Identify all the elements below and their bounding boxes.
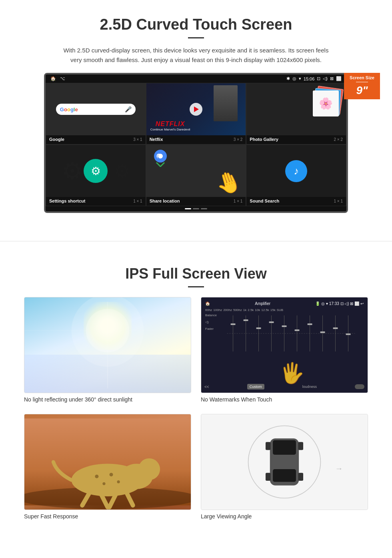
loudness-toggle[interactable] — [355, 384, 364, 389]
scroll-indicator — [46, 206, 346, 211]
svg-rect-24 — [307, 323, 312, 325]
sound-note-icon: ♪ — [285, 160, 307, 182]
gallery-thumb: 🌸 — [246, 83, 346, 135]
google-thumbnail: Google 🎤 — [46, 83, 146, 135]
gallery-card-3: 🌸 — [313, 90, 339, 116]
svg-rect-20 — [256, 327, 261, 329]
svg-text:→: → — [335, 464, 343, 473]
battery-icon: ⊠ — [330, 76, 334, 81]
netflix-label: NETFLIX Continue Marvel's Daredevil — [150, 120, 190, 131]
svg-point-36 — [110, 473, 113, 476]
sound-size: 1 × 1 — [334, 199, 343, 203]
dot-1 — [185, 208, 191, 209]
camera-icon: ⊡ — [317, 76, 320, 81]
svg-rect-25 — [320, 331, 325, 333]
amp-title: Amplifier — [255, 301, 270, 306]
google-app-cell[interactable]: Google 🎤 Google 3 × 1 — [46, 83, 146, 145]
svg-point-34 — [95, 475, 98, 478]
google-logo: Google — [60, 106, 78, 112]
screen-size-badge: Screen Size 9" — [344, 73, 380, 99]
play-triangle — [194, 106, 199, 112]
settings-size: 1 × 1 — [133, 199, 142, 203]
hand-pointing-icon: 🤚 — [212, 167, 245, 197]
sunlight-caption: No light reflecting under 360° direct su… — [24, 396, 191, 403]
settings-app-cell[interactable]: ⚙ ⚙ ⚙ Settings shortcut 1 × 1 — [46, 145, 146, 206]
svg-rect-19 — [243, 319, 248, 321]
car-topview-svg: → — [201, 414, 368, 510]
app-grid-row2: ⚙ ⚙ ⚙ Settings shortcut 1 × 1 — [46, 145, 346, 206]
touching-hand-icon: 🖐 — [280, 361, 304, 385]
viewing-angle-caption: Large Viewing Angle — [201, 513, 368, 520]
google-thumb: Google 🎤 — [46, 83, 146, 135]
svg-rect-26 — [333, 327, 338, 329]
amplifier-image: 🏠 Amplifier 🔋 ◎ ▾ 17:33 ⊡ ◁) ⊠ ⬜ ↩ 60hz1… — [201, 297, 368, 393]
netflix-app-label: Netflix 3 × 2 — [146, 135, 246, 144]
share-name: Share location — [150, 199, 180, 203]
status-time: 15:06 — [304, 76, 315, 81]
screen-icon: ⬜ — [336, 76, 342, 81]
netflix-logo: NETFLIX — [150, 120, 190, 128]
sound-app-cell[interactable]: ♪ Sound Search 1 × 1 — [246, 145, 346, 206]
amp-home-icon: 🏠 — [205, 301, 210, 306]
netflix-app-cell[interactable]: NETFLIX Continue Marvel's Daredevil Netf… — [146, 83, 246, 145]
wifi-icon: ▾ — [299, 76, 301, 81]
svg-rect-50 — [298, 473, 303, 481]
loudness-label: loudness — [302, 385, 317, 389]
watermarks-caption: No Watermarks When Touch — [201, 396, 368, 403]
netflix-subtitle: Continue Marvel's Daredevil — [150, 128, 190, 131]
share-thumbnail: G 🤚 — [146, 145, 246, 197]
netflix-thumb: NETFLIX Continue Marvel's Daredevil — [146, 83, 246, 135]
feature-watermarks: 🏠 Amplifier 🔋 ◎ ▾ 17:33 ⊡ ◁) ⊠ ⬜ ↩ 60hz1… — [201, 297, 368, 403]
cheetah-image — [24, 414, 191, 510]
svg-point-3 — [158, 154, 163, 159]
badge-size: 9" — [347, 84, 377, 97]
svg-rect-49 — [266, 473, 271, 481]
title-divider — [188, 37, 204, 38]
sound-app-label: Sound Search 1 × 1 — [246, 197, 346, 206]
dot-2 — [193, 208, 199, 209]
gallery-app-label: Photo Gallery 2 × 2 — [246, 135, 346, 144]
gallery-name: Photo Gallery — [250, 137, 278, 142]
amplifier-screen: 🏠 Amplifier 🔋 ◎ ▾ 17:33 ⊡ ◁) ⊠ ⬜ ↩ 60hz1… — [201, 297, 368, 393]
google-size: 3 × 1 — [133, 137, 142, 142]
curved-touch-section: 2.5D Curved Touch Screen With 2.5D curve… — [0, 0, 392, 225]
svg-rect-45 — [273, 440, 296, 455]
device-mockup: 🏠 ⌥ ✱ ◎ ▾ 15:06 ⊡ ◁) ⊠ ⬜ — [44, 73, 348, 213]
dot-3 — [201, 208, 207, 209]
google-name: Google — [49, 137, 64, 142]
ips-title-divider — [188, 286, 204, 287]
device-screen: 🏠 ⌥ ✱ ◎ ▾ 15:06 ⊡ ◁) ⊠ ⬜ — [44, 73, 348, 213]
custom-button[interactable]: Custom — [247, 384, 264, 389]
settings-bg: ⚙ ⚙ — [46, 145, 146, 197]
amp-bars — [218, 313, 364, 353]
svg-rect-21 — [269, 321, 274, 323]
gallery-size: 2 × 2 — [334, 137, 343, 142]
gallery-thumbnail: 🌸 — [246, 83, 346, 135]
feature-viewing-angle: → Large Viewing Angle — [201, 414, 368, 520]
gallery-app-cell[interactable]: 🌸 Photo Gallery 2 × 2 — [246, 83, 346, 145]
eq-bars-svg — [218, 315, 364, 351]
app-grid-row1: Google 🎤 Google 3 × 1 — [46, 83, 346, 145]
feature-grid: No light reflecting under 360° direct su… — [24, 297, 368, 520]
status-right: ✱ ◎ ▾ 15:06 ⊡ ◁) ⊠ ⬜ — [286, 76, 342, 81]
settings-name: Settings shortcut — [49, 199, 85, 203]
lens-flare-svg — [24, 297, 191, 393]
share-thumb: G 🤚 — [146, 145, 246, 197]
amp-side-labels: Balance ◁) Fader — [205, 313, 364, 353]
status-left: 🏠 ⌥ — [50, 76, 65, 81]
amp-header: 🏠 Amplifier 🔋 ◎ ▾ 17:33 ⊡ ◁) ⊠ ⬜ ↩ — [205, 301, 364, 306]
amp-icons: 🔋 ◎ ▾ 17:33 ⊡ ◁) ⊠ ⬜ ↩ — [315, 301, 364, 306]
svg-rect-27 — [346, 333, 350, 335]
amp-footer: << Custom loudness — [204, 384, 364, 389]
svg-point-35 — [102, 482, 105, 485]
share-app-cell[interactable]: G 🤚 Share location — [146, 145, 246, 206]
badge-label: Screen Size — [347, 75, 377, 80]
section1-title: 2.5D Curved Touch Screen — [24, 16, 368, 33]
svg-rect-47 — [266, 442, 271, 450]
netflix-name: Netflix — [150, 137, 163, 142]
location-icon: ◎ — [292, 76, 296, 81]
section1-description: With 2.5D curved-display screen, this de… — [60, 46, 332, 65]
bluetooth-icon: ✱ — [286, 76, 290, 81]
ips-section: IPS Full Screen View No light reflect — [0, 257, 392, 536]
play-button[interactable] — [190, 103, 202, 116]
